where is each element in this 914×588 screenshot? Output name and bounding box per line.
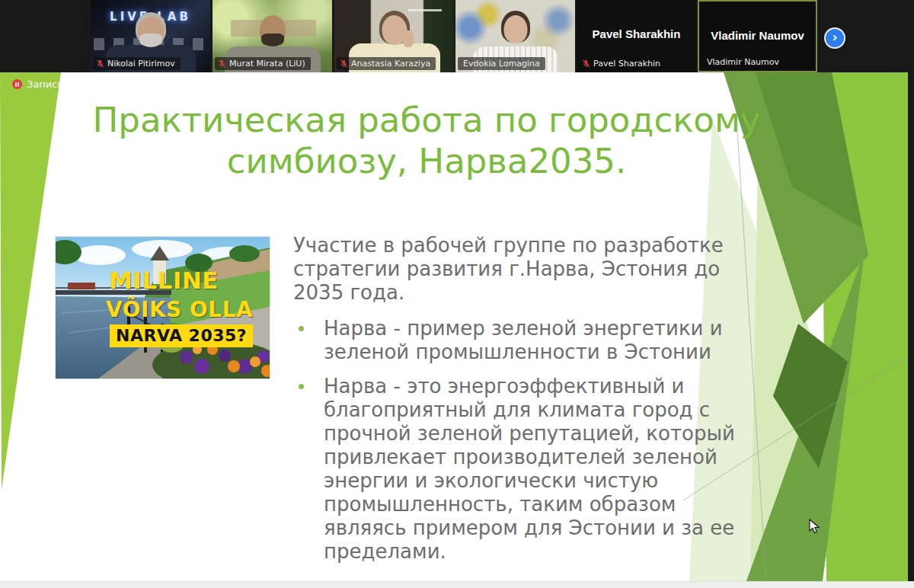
recording-label: Запись xyxy=(27,78,63,90)
participant-name-tag: Vladimir Naumov xyxy=(701,56,785,69)
participant-name-tag: Nikolai Pitirimov xyxy=(93,57,181,70)
participant-name-tag: Anastasia Karaziya xyxy=(337,57,436,70)
slide-intro-paragraph: Участие в рабочей группе по разработке с… xyxy=(293,234,756,305)
bullet-item: Нарва - это энергоэффективный и благопри… xyxy=(293,375,756,564)
participant-display-name: Vladimir Naumov xyxy=(699,29,816,42)
photo-overlay-line2: VÕIKS OLLA xyxy=(106,299,253,321)
slide-bullet-list: Нарва - пример зеленой энергетики и зеле… xyxy=(293,317,756,564)
narva-photo: MILLINE VÕIKS OLLA NARVA 2035? xyxy=(55,236,270,379)
participant-name: Murat Mirata (LiU) xyxy=(229,59,305,69)
muted-mic-icon xyxy=(582,59,590,68)
muted-mic-icon xyxy=(340,59,348,68)
participant-name: Nikolai Pitirimov xyxy=(107,59,175,69)
bullet-item: Нарва - пример зеленой энергетики и зеле… xyxy=(293,317,756,364)
shared-screen-slide: Запись Практическая работа по городскому… xyxy=(0,72,908,581)
participant-name-tag: Pavel Sharakhin xyxy=(579,57,666,70)
participant-display-name: Pavel Sharakhin xyxy=(577,27,696,40)
participant-name: Anastasia Karaziya xyxy=(351,59,430,69)
participant-name-tag: Evdokia Lomagina xyxy=(458,57,545,70)
mouse-cursor-icon xyxy=(809,519,821,534)
muted-mic-icon xyxy=(218,59,226,68)
participant-video-strip: LIVE LAB Nikolai Pitirimov xyxy=(0,0,914,72)
slide-title: Практическая работа по городскому симбио… xyxy=(30,100,823,182)
photo-overlay-line3: NARVA 2035? xyxy=(110,324,253,347)
recording-icon xyxy=(12,79,22,89)
next-participants-page-button[interactable]: › xyxy=(824,27,845,49)
participant-name-tag: Murat Mirata (LiU) xyxy=(215,57,311,70)
recording-indicator[interactable]: Запись xyxy=(12,78,63,90)
video-tile-vladimir[interactable]: Vladimir Naumov Vladimir Naumov xyxy=(698,0,817,72)
muted-mic-icon xyxy=(96,59,104,68)
slide-body: Участие в рабочей группе по разработке с… xyxy=(293,234,756,574)
video-tile-evdokia[interactable]: Evdokia Lomagina xyxy=(455,0,575,72)
video-tile-pavel[interactable]: Pavel Sharakhin Pavel Sharakhin xyxy=(577,0,696,72)
photo-overlay-line1: MILLINE xyxy=(109,269,219,292)
video-tile-murat[interactable]: Murat Mirata (LiU) xyxy=(213,0,332,72)
taskbar-edge-strip xyxy=(0,581,914,588)
video-tile-anastasia[interactable]: Anastasia Karaziya xyxy=(334,0,454,72)
participant-name: Vladimir Naumov xyxy=(707,57,779,67)
hand-on-cheek xyxy=(403,30,414,47)
chevron-right-icon: › xyxy=(832,30,837,45)
participant-name: Evdokia Lomagina xyxy=(463,59,540,69)
video-tile-nikolai[interactable]: LIVE LAB Nikolai Pitirimov xyxy=(91,0,210,72)
participant-name: Pavel Sharakhin xyxy=(593,59,660,69)
meeting-window: { "meeting": { "recording_label": "Запис… xyxy=(0,0,914,588)
